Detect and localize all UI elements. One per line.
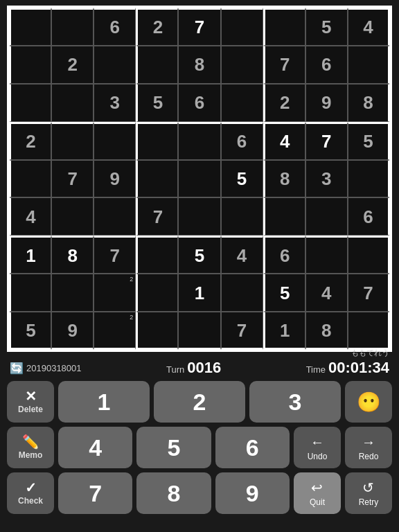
quit-label: Quit [310,497,325,507]
cell-4-0[interactable] [9,160,51,198]
cell-0-8[interactable]: 4 [348,8,390,46]
cell-6-7[interactable] [305,236,348,274]
cell-8-5[interactable]: 7 [221,312,263,350]
cell-7-0[interactable] [9,274,51,312]
cell-7-3[interactable] [136,274,178,312]
cell-5-8[interactable]: 6 [348,197,390,236]
cell-0-3[interactable]: 2 [136,8,178,46]
cell-3-8[interactable]: 5 [348,122,390,160]
memo-button[interactable]: ✏️ Memo [7,427,54,468]
cell-3-0[interactable]: 2 [9,122,51,160]
cell-2-8[interactable]: 8 [348,84,390,122]
num-7-button[interactable]: 7 [58,472,132,514]
cell-1-6[interactable]: 7 [263,46,305,84]
cell-8-3[interactable] [136,312,178,350]
num-9-button[interactable]: 9 [215,472,290,514]
cell-5-6[interactable] [263,197,305,236]
check-button[interactable]: ✓ Check [7,472,54,514]
cell-1-0[interactable] [9,46,51,84]
delete-button[interactable]: ✕ Delete [7,381,54,423]
num-8-button[interactable]: 8 [136,472,211,514]
cell-5-4[interactable] [178,197,220,236]
cell-7-1[interactable] [51,274,94,312]
redo-button[interactable]: → Redo [345,427,392,468]
num-4-button[interactable]: 4 [58,427,132,468]
cell-6-5[interactable]: 4 [221,236,263,274]
cell-2-1[interactable] [51,84,94,122]
cell-3-3[interactable] [136,122,178,160]
cell-4-4[interactable] [178,160,220,198]
cell-7-7[interactable]: 4 [305,274,348,312]
cell-2-7[interactable]: 9 [305,84,348,122]
cell-4-3[interactable] [136,160,178,198]
hint-button[interactable]: 😶 [345,381,392,423]
cell-1-8[interactable] [348,46,390,84]
cell-5-7[interactable] [305,197,348,236]
cell-1-1[interactable]: 2 [51,46,94,84]
cell-8-2[interactable]: 2 [94,312,136,350]
cell-4-7[interactable]: 3 [305,160,348,198]
cell-1-2[interactable] [94,46,136,84]
cell-6-1[interactable]: 8 [51,236,94,274]
cell-8-4[interactable] [178,312,220,350]
cell-6-2[interactable]: 7 [94,236,136,274]
cell-8-8[interactable] [348,312,390,350]
cell-8-6[interactable]: 1 [263,312,305,350]
cell-6-0[interactable]: 1 [9,236,51,274]
num-5-button[interactable]: 5 [136,427,211,468]
cell-5-2[interactable] [94,197,136,236]
cell-8-0[interactable]: 5 [9,312,51,350]
cell-8-7[interactable]: 8 [305,312,348,350]
cell-3-6[interactable]: 4 [263,122,305,160]
cell-4-1[interactable]: 7 [51,160,94,198]
cell-2-0[interactable] [9,84,51,122]
cell-6-3[interactable] [136,236,178,274]
cell-2-3[interactable]: 5 [136,84,178,122]
cell-7-6[interactable]: 5 [263,274,305,312]
cell-6-8[interactable] [348,236,390,274]
cell-0-6[interactable] [263,8,305,46]
cell-8-1[interactable]: 9 [51,312,94,350]
cell-3-7[interactable]: 7 [305,122,348,160]
cell-7-2[interactable]: 2 [94,274,136,312]
cell-4-8[interactable] [348,160,390,198]
cell-7-4[interactable]: 1 [178,274,220,312]
cell-1-7[interactable]: 6 [305,46,348,84]
cell-3-2[interactable] [94,122,136,160]
cell-1-3[interactable] [136,46,178,84]
cell-2-5[interactable] [221,84,263,122]
cell-0-1[interactable] [51,8,94,46]
cell-5-3[interactable]: 7 [136,197,178,236]
numpad-row-3: ✓ Check 7 8 9 ↩ Quit ↺ Retry [7,472,392,514]
cell-1-4[interactable]: 8 [178,46,220,84]
cell-2-4[interactable]: 6 [178,84,220,122]
undo-button[interactable]: ← Undo [294,427,341,468]
num-1-button[interactable]: 1 [58,381,150,423]
cell-0-4[interactable]: 7 [178,8,220,46]
cell-6-6[interactable]: 6 [263,236,305,274]
cell-7-8[interactable]: 7 [348,274,390,312]
retry-button[interactable]: ↺ Retry [345,472,392,514]
cell-6-4[interactable]: 5 [178,236,220,274]
cell-0-2[interactable]: 6 [94,8,136,46]
cell-3-5[interactable]: 6 [221,122,263,160]
quit-button[interactable]: ↩ Quit [294,472,341,514]
cell-0-0[interactable] [9,8,51,46]
cell-0-5[interactable] [221,8,263,46]
cell-1-5[interactable] [221,46,263,84]
num-3-button[interactable]: 3 [249,381,341,423]
num-2-button[interactable]: 2 [154,381,245,423]
num-6-button[interactable]: 6 [215,427,290,468]
cell-4-5[interactable]: 5 [221,160,263,198]
cell-3-4[interactable] [178,122,220,160]
cell-2-2[interactable]: 3 [94,84,136,122]
cell-3-1[interactable] [51,122,94,160]
cell-7-5[interactable] [221,274,263,312]
cell-5-1[interactable] [51,197,94,236]
cell-4-6[interactable]: 8 [263,160,305,198]
cell-5-0[interactable]: 4 [9,197,51,236]
cell-2-6[interactable]: 2 [263,84,305,122]
cell-4-2[interactable]: 9 [94,160,136,198]
cell-5-5[interactable] [221,197,263,236]
cell-0-7[interactable]: 5 [305,8,348,46]
